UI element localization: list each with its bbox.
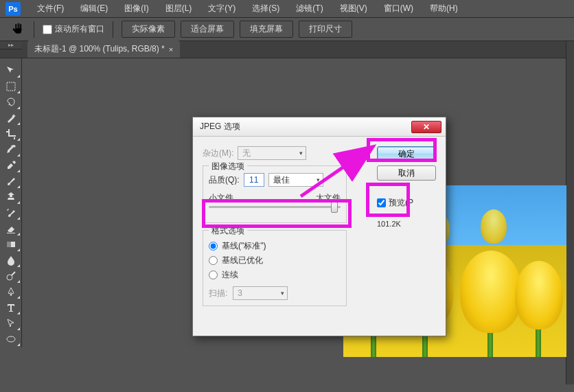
- app-logo: Ps: [5, 2, 21, 16]
- print-size-button[interactable]: 打印尺寸: [299, 21, 352, 38]
- svg-point-4: [7, 336, 15, 342]
- ok-button[interactable]: 确定: [377, 146, 436, 161]
- hand-tool-icon[interactable]: [10, 22, 25, 37]
- type-tool[interactable]: [1, 300, 21, 315]
- matte-label: 杂边(M):: [203, 148, 233, 159]
- scans-combo: 3▾: [233, 286, 288, 300]
- crop-tool[interactable]: [1, 126, 21, 141]
- path-selection-tool[interactable]: [1, 316, 21, 331]
- scans-value: 3: [238, 288, 242, 298]
- eyedropper-tool[interactable]: [1, 142, 21, 157]
- baseline-standard-radio[interactable]: 基线("标准"): [209, 240, 341, 252]
- menu-filter[interactable]: 滤镜(T): [289, 1, 330, 16]
- lasso-tool[interactable]: [1, 95, 21, 110]
- svg-rect-0: [7, 82, 15, 91]
- baseline-standard-label: 基线("标准"): [222, 240, 266, 252]
- clone-stamp-tool[interactable]: [1, 189, 21, 205]
- move-tool[interactable]: [1, 63, 21, 78]
- document-tab-label: 未标题-1 @ 100% (Tulips, RGB/8) *: [34, 43, 165, 55]
- quality-label: 品质(Q):: [209, 174, 240, 186]
- separator: [34, 21, 34, 38]
- matte-combo: 无▾: [238, 146, 306, 160]
- dialog-title: JPEG 选项: [200, 121, 240, 132]
- toolbar-collapse-arrow[interactable]: ▸▸: [0, 41, 22, 49]
- menu-type[interactable]: 文字(Y): [201, 1, 242, 16]
- small-file-label: 小文件: [209, 192, 233, 204]
- document-tab[interactable]: 未标题-1 @ 100% (Tulips, RGB/8) * ×: [27, 41, 180, 58]
- menu-bar: Ps 文件(F) 编辑(E) 图像(I) 图层(L) 文字(Y) 选择(S) 滤…: [0, 0, 574, 17]
- pen-tool[interactable]: [1, 284, 21, 299]
- dialog-close-button[interactable]: ✕: [411, 121, 441, 133]
- image-options-group: 图像选项 品质(Q): 最佳▾ 小文件 大文件: [203, 165, 347, 223]
- blur-tool[interactable]: [1, 253, 21, 268]
- scroll-all-label: 滚动所有窗口: [55, 23, 104, 35]
- healing-brush-tool[interactable]: [1, 158, 21, 173]
- menu-help[interactable]: 帮助(H): [423, 1, 465, 16]
- shape-tool[interactable]: [1, 332, 21, 347]
- fit-screen-button[interactable]: 适合屏幕: [181, 21, 234, 38]
- history-brush-tool[interactable]: [1, 205, 21, 220]
- menu-edit[interactable]: 编辑(E): [73, 1, 115, 16]
- preview-label: 预览(P: [389, 197, 413, 209]
- magic-wand-tool[interactable]: [1, 111, 21, 126]
- separator: [113, 21, 113, 38]
- filesize-readout: 101.2K: [377, 220, 436, 228]
- menu-layer[interactable]: 图层(L): [159, 1, 199, 16]
- progressive-radio[interactable]: 连续: [209, 269, 341, 281]
- progressive-label: 连续: [222, 269, 238, 281]
- menu-view[interactable]: 视图(V): [333, 1, 374, 16]
- menu-select[interactable]: 选择(S): [245, 1, 286, 16]
- menu-window[interactable]: 窗口(W): [377, 1, 420, 16]
- baseline-optimized-label: 基线已优化: [222, 255, 263, 266]
- quality-preset-combo[interactable]: 最佳▾: [268, 173, 323, 187]
- fill-screen-button[interactable]: 填充屏幕: [240, 21, 293, 38]
- cancel-button[interactable]: 取消: [377, 165, 436, 181]
- preview-checkbox[interactable]: 预览(P: [377, 197, 436, 209]
- brush-tool[interactable]: [1, 174, 21, 189]
- baseline-optimized-radio[interactable]: 基线已优化: [209, 255, 341, 266]
- options-bar: 滚动所有窗口 实际像素 适合屏幕 填充屏幕 打印尺寸: [0, 17, 574, 41]
- dodge-tool[interactable]: [1, 268, 21, 284]
- format-options-legend: 格式选项: [209, 225, 247, 237]
- scroll-all-windows-checkbox[interactable]: 滚动所有窗口: [43, 23, 104, 35]
- scans-label: 扫描:: [209, 288, 227, 299]
- document-tab-bar: 未标题-1 @ 100% (Tulips, RGB/8) * ×: [0, 41, 574, 58]
- eraser-tool[interactable]: [1, 221, 21, 236]
- gradient-tool[interactable]: [1, 237, 21, 252]
- close-tab-icon[interactable]: ×: [169, 45, 173, 54]
- menu-image[interactable]: 图像(I): [117, 1, 155, 16]
- svg-point-3: [7, 275, 12, 280]
- image-options-legend: 图像选项: [209, 161, 247, 172]
- matte-value: 无: [242, 148, 251, 159]
- dialog-titlebar[interactable]: JPEG 选项 ✕: [193, 117, 446, 137]
- slider-thumb[interactable]: [331, 202, 338, 213]
- quality-input[interactable]: [244, 173, 264, 187]
- tools-panel: [0, 58, 22, 347]
- quality-preset-value: 最佳: [273, 174, 290, 186]
- actual-pixels-button[interactable]: 实际像素: [122, 21, 175, 38]
- menu-file[interactable]: 文件(F): [30, 1, 71, 16]
- marquee-tool[interactable]: [1, 79, 21, 94]
- right-panel-collapsed[interactable]: [566, 41, 574, 384]
- jpeg-options-dialog: JPEG 选项 ✕ 杂边(M): 无▾ 图像选项 品质(Q): 最佳▾ 小文件: [192, 117, 446, 336]
- svg-rect-2: [7, 242, 11, 247]
- format-options-group: 格式选项 基线("标准") 基线已优化 连续 扫描: 3▾: [203, 230, 347, 306]
- quality-slider[interactable]: 小文件 大文件: [209, 192, 341, 217]
